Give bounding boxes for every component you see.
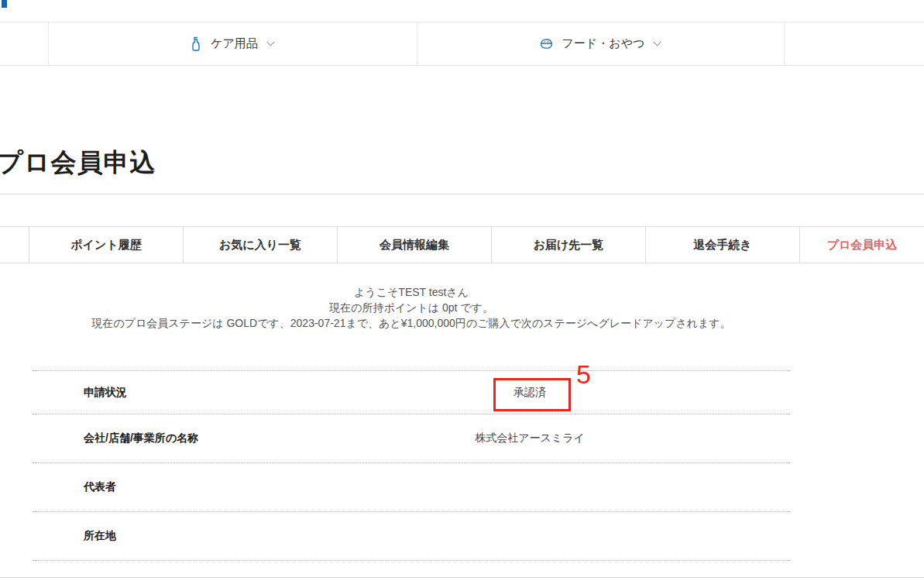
company-name-value: 株式会社アースミライ bbox=[270, 431, 790, 445]
chevron-down-icon bbox=[267, 39, 274, 46]
nav-item-care-goods[interactable]: ケア用品 bbox=[48, 22, 417, 65]
row-label: 所在地 bbox=[33, 529, 270, 543]
welcome-line-points: 現在の所持ポイントは 0pt です。 bbox=[33, 300, 790, 315]
application-status-value: 承認済 bbox=[270, 386, 790, 400]
table-row-application-status: 申請状況 承認済 bbox=[33, 370, 790, 414]
pro-member-application-page: ケア用品 フード・おやつ プロ会員申込 ポイント履歴 お気に入り一覧 会員情報編… bbox=[0, 0, 924, 581]
footer-divider bbox=[0, 577, 924, 578]
tab-point-history[interactable]: ポイント履歴 bbox=[29, 227, 184, 263]
tab-member-info-edit[interactable]: 会員情報編集 bbox=[338, 227, 492, 263]
row-label: 申請状況 bbox=[33, 386, 270, 400]
title-divider bbox=[0, 194, 924, 194]
table-row-location: 所在地 bbox=[33, 512, 790, 561]
row-label: 会社/店舗/事業所の名称 bbox=[33, 431, 270, 445]
annotation-number-label: 5 bbox=[576, 359, 591, 390]
table-row-representative: 代表者 bbox=[33, 463, 790, 512]
care-bottle-icon bbox=[191, 36, 201, 51]
welcome-line-user: ようこそTEST testさん bbox=[33, 284, 790, 300]
nav-divider bbox=[784, 22, 785, 65]
row-label: 代表者 bbox=[33, 480, 270, 494]
tab-delivery-addresses[interactable]: お届け先一覧 bbox=[492, 227, 646, 263]
top-left-accent-mark bbox=[2, 0, 7, 8]
tab-favorites-list[interactable]: お気に入り一覧 bbox=[184, 227, 338, 263]
account-tab-bar: ポイント履歴 お気に入り一覧 会員情報編集 お届け先一覧 退会手続き プロ会員申… bbox=[0, 226, 924, 263]
tab-stub bbox=[0, 227, 29, 263]
food-bowl-icon bbox=[540, 38, 553, 50]
category-nav: ケア用品 フード・おやつ bbox=[0, 22, 924, 66]
nav-item-food-snacks[interactable]: フード・おやつ bbox=[417, 22, 784, 65]
member-info-table: 申請状況 承認済 会社/店舗/事業所の名称 株式会社アースミライ 代表者 所在地 bbox=[33, 370, 790, 561]
nav-item-label: ケア用品 bbox=[211, 36, 258, 51]
tab-withdrawal[interactable]: 退会手続き bbox=[646, 227, 800, 263]
page-title: プロ会員申込 bbox=[0, 146, 156, 180]
nav-item-label: フード・おやつ bbox=[562, 36, 645, 51]
chevron-down-icon bbox=[654, 39, 661, 46]
table-row-company-name: 会社/店舗/事業所の名称 株式会社アースミライ bbox=[33, 414, 790, 463]
welcome-message: ようこそTEST testさん 現在の所持ポイントは 0pt です。 現在のプロ… bbox=[33, 284, 790, 331]
tab-pro-member-application[interactable]: プロ会員申込 bbox=[800, 227, 924, 263]
welcome-line-stage: 現在のプロ会員ステージは GOLDです、2023-07-21まで、あと¥1,00… bbox=[33, 315, 790, 331]
